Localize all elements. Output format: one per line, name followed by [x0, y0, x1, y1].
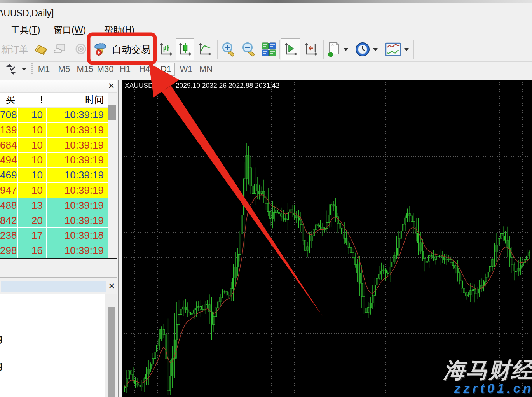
- chart-ohlc-title: XAUUSD,Daily2029.10 2032.26 2022.88 2031…: [125, 82, 279, 90]
- line-chart-icon[interactable]: [196, 38, 213, 61]
- column-header-alert[interactable]: !: [18, 93, 47, 107]
- symbols-button[interactable]: [5, 62, 26, 77]
- watermark-brand: 海马财经: [443, 359, 532, 381]
- column-header-price[interactable]: 买价: [0, 93, 18, 107]
- tf-button-m30[interactable]: M30: [96, 63, 114, 76]
- market-watch-cell-price: 139: [0, 123, 18, 137]
- market-watch-cell-price: 238: [0, 228, 18, 243]
- background-window-edge: [0, 0, 532, 3]
- bar-chart-icon[interactable]: [157, 38, 174, 61]
- tf-button-h4[interactable]: H4: [137, 63, 152, 76]
- tf-button-m1[interactable]: M1: [36, 63, 52, 76]
- market-watch-cell-price: 494: [0, 153, 18, 167]
- tf-button-d1[interactable]: D1: [157, 63, 175, 76]
- templates-button[interactable]: [385, 38, 409, 61]
- tf-button-h1[interactable]: H1: [117, 63, 133, 76]
- gold-bar-icon[interactable]: [34, 38, 48, 61]
- market-watch-row[interactable]: 4941010:39:19: [0, 153, 108, 168]
- scrollbar-thumb[interactable]: [108, 307, 115, 397]
- market-watch-cell-time: 10:39:19: [47, 213, 108, 228]
- toolbar-separator: [279, 40, 280, 59]
- market-watch-row[interactable]: 9471010:39:19: [0, 183, 108, 198]
- market-watch-cell-price: 469: [0, 168, 18, 182]
- panel-divider[interactable]: [118, 80, 119, 397]
- templates-icon: [385, 42, 402, 57]
- market-watch-header: ✕: [0, 80, 117, 93]
- add-indicator-button[interactable]: [326, 38, 348, 61]
- watermark: 海马财经 zzrt01.cn: [443, 359, 532, 395]
- market-watch-row[interactable]: 7081010:39:19: [0, 108, 108, 123]
- main-toolbar: 新订单: [0, 38, 532, 62]
- autotrading-icon: [93, 42, 107, 56]
- chart-panel[interactable]: XAUUSD,Daily2029.10 2032.26 2022.88 2031…: [122, 80, 532, 397]
- market-watch-table: 买价 ! 时间 7081010:39:191391010:39:19684101…: [0, 93, 108, 259]
- tf-button-mn[interactable]: MN: [197, 63, 215, 76]
- market-watch-header-row: 买价 ! 时间: [0, 93, 108, 108]
- symbols-arrows-icon: [5, 63, 19, 75]
- tf-button-m5[interactable]: M5: [56, 63, 72, 76]
- menu-item-help[interactable]: 帮助(H): [104, 24, 134, 36]
- market-watch-cell-alert: 10: [18, 123, 47, 137]
- market-watch-rows: 7081010:39:191391010:39:196841010:39:194…: [0, 108, 108, 259]
- market-watch-cell-price: 842: [0, 213, 18, 228]
- market-watch-row[interactable]: 4881310:39:19: [0, 198, 108, 213]
- new-order-label: 新订单: [1, 44, 28, 56]
- market-watch-row[interactable]: 2981610:39:19: [0, 243, 108, 259]
- market-watch-cell-time: 10:39:19: [47, 123, 108, 137]
- market-watch-row[interactable]: 6841010:39:19: [0, 138, 108, 153]
- menu-bar: 工具(T) 窗口(W) 帮助(H): [0, 23, 532, 37]
- dropdown-caret-icon[interactable]: [344, 48, 348, 51]
- dropdown-caret-icon[interactable]: [373, 48, 378, 51]
- tile-windows-icon[interactable]: [260, 38, 278, 61]
- zoom-out-icon[interactable]: [240, 38, 258, 61]
- market-watch-cell-price: 708: [0, 108, 18, 122]
- toolbar-separator: [413, 40, 414, 59]
- market-watch-cell-time: 10:39:19: [47, 183, 108, 198]
- market-watch-cell-price: 684: [0, 138, 18, 152]
- autotrading-button[interactable]: 自动交易: [93, 38, 151, 61]
- cloud-chart-icon[interactable]: [54, 38, 68, 61]
- periods-button[interactable]: [354, 38, 378, 61]
- market-watch-row[interactable]: 1391010:39:19: [0, 123, 108, 138]
- market-watch-cell-alert: 10: [18, 153, 47, 167]
- broadcast-icon[interactable]: [74, 38, 88, 61]
- tf-button-w1[interactable]: W1: [178, 63, 194, 76]
- chart-ohlc-values: 2029.10 2032.26 2022.88 2031.42: [176, 82, 280, 89]
- clipped-text-fragment: g: [0, 359, 3, 371]
- menu-item-tools[interactable]: 工具(T): [11, 24, 40, 36]
- dropdown-caret-icon[interactable]: [404, 48, 409, 51]
- market-watch-cell-time: 10:39:19: [47, 243, 108, 258]
- toolbar-grip[interactable]: [31, 63, 33, 75]
- market-watch-scrollbar[interactable]: [108, 93, 117, 258]
- lower-panel: ✕ g g: [0, 277, 117, 397]
- menu-item-window[interactable]: 窗口(W): [54, 24, 86, 36]
- new-order-button[interactable]: 新订单: [1, 38, 28, 61]
- market-watch-cell-alert: 10: [18, 138, 47, 152]
- market-watch-row[interactable]: 8422010:39:19: [0, 213, 108, 229]
- watermark-url: zzrt01.cn: [443, 381, 532, 395]
- market-watch-cell-time: 10:39:19: [47, 108, 108, 122]
- auto-scroll-icon[interactable]: [281, 38, 300, 60]
- market-watch-cell-price: 488: [0, 198, 18, 213]
- market-watch-cell-time: 10:39:19: [47, 153, 108, 167]
- market-watch-row[interactable]: 2381710:39:18: [0, 228, 108, 243]
- close-icon[interactable]: ✕: [108, 282, 115, 290]
- scrollbar-thumb[interactable]: [108, 105, 116, 120]
- column-header-time[interactable]: 时间: [47, 93, 108, 107]
- lower-panel-scrollbar[interactable]: [105, 294, 117, 397]
- market-watch-cell-time: 10:39:19: [47, 198, 108, 213]
- toolbar-separator: [217, 40, 218, 59]
- title-bar: AUUSD,Daily]: [0, 3, 532, 23]
- chart-shift-icon[interactable]: [302, 38, 321, 61]
- dropdown-caret-icon[interactable]: [22, 68, 26, 71]
- zoom-in-icon[interactable]: [220, 38, 238, 61]
- lower-panel-header: [1, 281, 106, 292]
- close-icon[interactable]: ✕: [108, 82, 115, 90]
- candlestick-chart-icon[interactable]: [176, 38, 194, 60]
- candlestick-chart[interactable]: [122, 80, 532, 397]
- tf-button-m15[interactable]: M15: [76, 63, 94, 76]
- market-watch-row[interactable]: 4691010:39:19: [0, 168, 108, 183]
- lower-panel-body: g g: [0, 294, 105, 397]
- market-watch-cell-alert: 13: [18, 198, 47, 213]
- market-watch-cell-alert: 10: [18, 108, 47, 122]
